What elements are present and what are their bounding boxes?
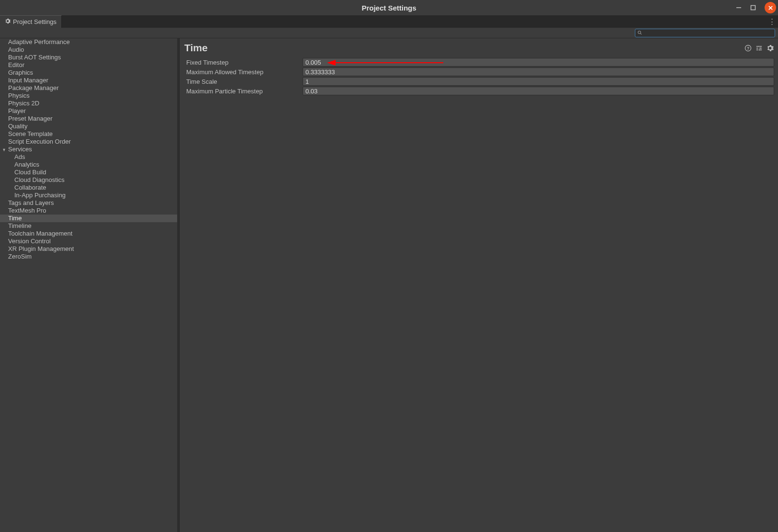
sidebar-item-package-manager[interactable]: Package Manager [0,84,179,92]
sidebar-item-editor[interactable]: Editor [0,61,179,69]
sidebar-item-burst-aot-settings[interactable]: Burst AOT Settings [0,54,179,61]
main-area: Adaptive PerformanceAudioBurst AOT Setti… [0,38,778,532]
sidebar-item-quality[interactable]: Quality [0,123,179,130]
search-input[interactable] [643,30,773,36]
sidebar-item-textmesh-pro[interactable]: TextMesh Pro [0,207,179,215]
window-controls [732,2,776,13]
sidebar-item-physics-2d[interactable]: Physics 2D [0,100,179,107]
sidebar-item-adaptive-performance[interactable]: Adaptive Performance [0,38,179,46]
settings-content: Time ? Fixed Timestep0.005Maximum Allowe… [180,38,778,532]
sidebar-item-ads[interactable]: Ads [0,153,179,161]
sidebar-item-zerosim[interactable]: ZeroSim [0,253,179,260]
sidebar-item-timeline[interactable]: Timeline [0,222,179,230]
property-row: Maximum Particle Timestep0.03 [184,86,774,96]
sidebar-item-xr-plugin-management[interactable]: XR Plugin Management [0,245,179,253]
search-icon [637,29,643,37]
svg-rect-1 [751,6,755,10]
svg-text:?: ? [747,45,749,50]
sidebar-item-time[interactable]: Time [0,215,179,222]
svg-line-5 [641,33,642,34]
content-header: Time ? [180,38,778,57]
window-title: Project Settings [361,4,416,12]
sidebar-item-tags-and-layers[interactable]: Tags and Layers [0,199,179,207]
sidebar-item-script-execution-order[interactable]: Script Execution Order [0,138,179,146]
title-bar: Project Settings [0,0,778,15]
close-button[interactable] [765,2,776,13]
tab-project-settings[interactable]: Project Settings [0,15,62,28]
sidebar-item-player[interactable]: Player [0,107,179,115]
sidebar-item-collaborate[interactable]: Collaborate [0,184,179,192]
sidebar-item-input-manager[interactable]: Input Manager [0,77,179,84]
sidebar-item-cloud-build[interactable]: Cloud Build [0,169,179,176]
sidebar-item-physics[interactable]: Physics [0,92,179,100]
gear-icon [5,18,11,25]
svg-point-9 [759,47,760,48]
sidebar-item-graphics[interactable]: Graphics [0,69,179,77]
sidebar-item-audio[interactable]: Audio [0,46,179,54]
maximize-button[interactable] [746,2,760,13]
sidebar-item-toolchain-management[interactable]: Toolchain Management [0,230,179,238]
annotation-arrow-icon [326,59,446,67]
property-row: Fixed Timestep0.005 [184,57,774,67]
svg-point-8 [758,45,759,46]
page-title: Time [184,42,208,54]
svg-point-4 [638,31,641,34]
property-label: Time Scale [184,78,303,85]
help-icon[interactable]: ? [744,44,752,52]
sidebar-item-analytics[interactable]: Analytics [0,161,179,169]
search-bar-row [0,28,778,38]
sidebar-item-scene-template[interactable]: Scene Template [0,130,179,138]
sidebar-item-preset-manager[interactable]: Preset Manager [0,115,179,123]
svg-point-10 [759,49,760,50]
property-label: Maximum Allowed Timestep [184,68,303,76]
property-row: Maximum Allowed Timestep0.3333333 [184,67,774,77]
property-row: Time Scale1 [184,77,774,86]
tab-label: Project Settings [13,18,56,25]
svg-marker-12 [327,60,336,66]
tab-bar: Project Settings ⋮ [0,15,778,28]
search-field[interactable] [635,29,775,37]
property-field-maximum-particle-timestep[interactable]: 0.03 [303,87,774,95]
category-sidebar[interactable]: Adaptive PerformanceAudioBurst AOT Setti… [0,38,180,532]
sidebar-item-services[interactable]: Services [0,146,179,153]
property-field-fixed-timestep[interactable]: 0.005 [303,58,774,67]
tab-menu-button[interactable]: ⋮ [768,17,775,26]
property-field-maximum-allowed-timestep[interactable]: 0.3333333 [303,68,774,76]
property-field-time-scale[interactable]: 1 [303,77,774,86]
sidebar-item-cloud-diagnostics[interactable]: Cloud Diagnostics [0,176,179,184]
sidebar-item-in-app-purchasing[interactable]: In-App Purchasing [0,192,179,199]
minimize-button[interactable] [732,2,745,13]
property-label: Fixed Timestep [184,59,303,66]
preset-icon[interactable] [755,44,763,52]
sidebar-item-version-control[interactable]: Version Control [0,238,179,245]
property-label: Maximum Particle Timestep [184,88,303,95]
settings-gear-icon[interactable] [766,44,774,52]
